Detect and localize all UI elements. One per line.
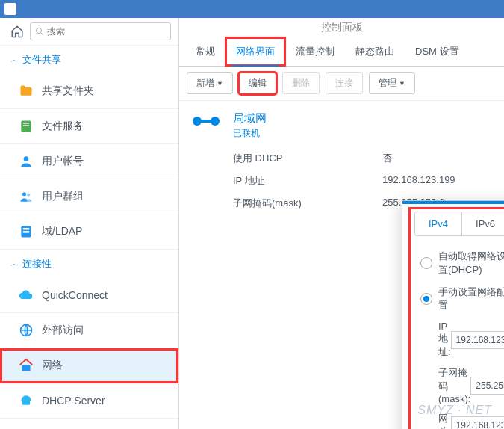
radio-manual[interactable]: 手动设置网络配置	[414, 281, 504, 317]
radio-label: 手动设置网络配置	[438, 286, 504, 312]
section-connectivity[interactable]: ︿ 连接性	[0, 250, 178, 278]
ip-input[interactable]	[451, 331, 504, 349]
nav-label: 文件服务	[42, 120, 84, 133]
radio-auto-dhcp[interactable]: 自动取得网络设置(DHCP)	[414, 245, 504, 281]
chevron-up-icon: ︿	[10, 55, 18, 65]
radio-icon	[420, 257, 432, 269]
edit-button[interactable]: 编辑	[239, 72, 276, 94]
section-file-sharing[interactable]: ︿ 文件共享	[0, 46, 178, 74]
nav-label: 外部访问	[42, 324, 84, 337]
subtabs: 常规 网络界面 流量控制 静态路由 DSM 设置	[179, 37, 504, 67]
user-icon	[18, 153, 34, 170]
svg-rect-9	[23, 231, 29, 233]
svg-point-4	[24, 156, 29, 161]
svg-rect-11	[22, 365, 31, 371]
svg-rect-15	[200, 120, 212, 123]
manage-button[interactable]: 管理▼	[369, 72, 415, 94]
nav-label: 网络	[42, 359, 63, 372]
network-icon	[18, 357, 34, 374]
nav-file-services[interactable]: 文件服务	[0, 109, 178, 144]
cloud-icon	[18, 287, 34, 303]
mask-label: 子网掩码(mask):	[438, 366, 470, 404]
nav-network[interactable]: 网络	[0, 348, 178, 383]
gateway-input[interactable]	[451, 416, 504, 429]
page-title: 控制面板	[321, 21, 363, 33]
nav-label: 用户帐号	[42, 155, 84, 168]
search-input[interactable]	[30, 22, 171, 40]
toolbar: 新增▼ 编辑 删除 连接 管理▼	[179, 67, 504, 101]
nav-label: QuickConnect	[42, 289, 108, 301]
svg-point-0	[37, 28, 42, 34]
nav-domain-ldap[interactable]: 域/LDAP	[0, 214, 178, 250]
nav-label: DHCP Server	[42, 395, 105, 407]
dhcp-icon	[18, 392, 34, 409]
tab-general[interactable]: 常规	[185, 37, 225, 66]
nav-quickconnect[interactable]: QuickConnect	[0, 278, 178, 313]
tab-ipv4[interactable]: IPv4	[415, 212, 462, 235]
delete-button: 删除	[282, 72, 320, 94]
svg-rect-2	[23, 123, 29, 124]
search-field[interactable]	[47, 26, 166, 37]
dialog-tabs: IPv4 IPv6 802.1X	[414, 212, 504, 236]
sidebar: ︿ 文件共享 共享文件夹 文件服务 用户帐号 用户群组	[0, 18, 179, 429]
svg-rect-12	[22, 401, 30, 405]
mask-input[interactable]	[470, 377, 504, 395]
tab-ipv6[interactable]: IPv6	[462, 212, 504, 235]
chevron-up-icon: ︿	[10, 259, 18, 269]
nav-label: 用户群组	[42, 190, 84, 203]
section-label: 连接性	[22, 257, 52, 271]
radio-label: 自动取得网络设置(DHCP)	[438, 250, 504, 277]
info-label: 使用 DHCP	[233, 152, 382, 165]
svg-point-5	[22, 192, 26, 196]
ip-label: IP 地址:	[438, 321, 451, 359]
lan-title: 局域网	[233, 111, 492, 126]
info-label: IP 地址	[233, 174, 382, 188]
tab-traffic[interactable]: 流量控制	[285, 37, 345, 66]
ldap-icon	[18, 223, 34, 240]
nav-group[interactable]: 用户群组	[0, 179, 178, 214]
watermark: SMYZ · NET	[417, 404, 492, 417]
add-button[interactable]: 新增▼	[187, 72, 233, 94]
nav-dhcp-server[interactable]: DHCP Server	[0, 383, 178, 419]
nav-label: 共享文件夹	[42, 84, 94, 98]
window-icon	[4, 3, 16, 15]
globe-icon	[18, 322, 34, 339]
info-label: 子网掩码(mask)	[233, 197, 382, 210]
radio-icon	[420, 293, 432, 305]
tab-static-route[interactable]: 静态路由	[345, 37, 405, 66]
svg-rect-3	[23, 125, 29, 126]
svg-point-6	[27, 193, 30, 196]
lan-status: 已联机	[233, 127, 492, 140]
tab-interface[interactable]: 网络界面	[225, 37, 285, 66]
content-area: 控制面板 常规 网络界面 流量控制 静态路由 DSM 设置 新增▼ 编辑 删除 …	[179, 18, 504, 429]
info-value: 192.168.123.199	[382, 174, 492, 188]
search-icon	[35, 27, 44, 36]
nav-external-access[interactable]: 外部访问	[0, 313, 178, 348]
home-button[interactable]	[9, 23, 25, 40]
nav-user[interactable]: 用户帐号	[0, 144, 178, 179]
connect-button: 连接	[326, 72, 363, 94]
info-value: 否	[382, 152, 492, 165]
folder-icon	[18, 83, 34, 99]
window-titlebar	[0, 0, 504, 18]
nav-shared-folder[interactable]: 共享文件夹	[0, 74, 178, 109]
lan-icon	[191, 111, 221, 131]
edit-dialog: 编 IPv4 IPv6 802.1X 自动取得网络设置(DHCP) 手动设置网络…	[402, 200, 504, 429]
group-icon	[18, 188, 34, 205]
file-services-icon	[18, 118, 34, 135]
tab-dsm-settings[interactable]: DSM 设置	[405, 37, 470, 66]
nav-label: 域/LDAP	[42, 225, 82, 238]
section-label: 文件共享	[22, 53, 61, 67]
svg-rect-8	[23, 228, 29, 230]
